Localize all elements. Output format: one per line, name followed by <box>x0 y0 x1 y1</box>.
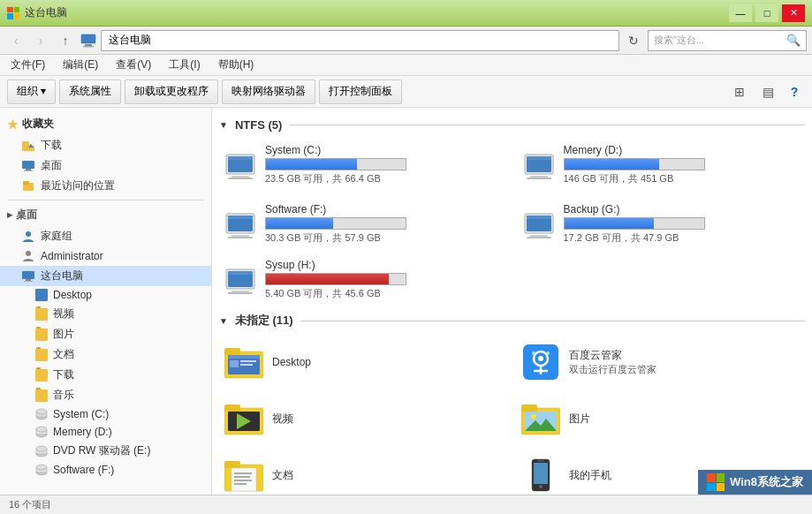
sidebar-item-download[interactable]: 下载 <box>0 135 211 155</box>
toolbar-right: ⊞ ▤ ? <box>727 81 805 102</box>
unspec-desktop[interactable]: Desktop <box>219 337 509 387</box>
title-bar-left: 这台电脑 <box>7 5 67 20</box>
svg-rect-86 <box>537 460 544 462</box>
menu-view[interactable]: 查看(V) <box>112 56 155 74</box>
favorites-header[interactable]: ★ 收藏夹 <box>0 113 211 135</box>
search-placeholder: 搜索"这台... <box>654 34 704 47</box>
sidebar-item-desktop-fav[interactable]: 桌面 <box>0 155 211 176</box>
favorites-section: ★ 收藏夹 下载 桌面 <box>0 113 211 196</box>
unspec-video[interactable]: 视频 <box>219 394 509 443</box>
svg-rect-82 <box>234 483 247 485</box>
svg-rect-79 <box>234 472 252 474</box>
drive-f[interactable]: Software (F:) 30.3 GB 可用，共 57.9 GB <box>219 200 507 248</box>
favorites-label: 收藏夹 <box>22 117 54 132</box>
svg-rect-52 <box>228 292 253 294</box>
svg-rect-7 <box>26 169 31 170</box>
view-toggle-button[interactable]: ⊞ <box>727 81 752 102</box>
up-button[interactable]: ↑ <box>55 30 76 51</box>
menu-edit[interactable]: 编辑(E) <box>59 56 102 74</box>
docs-folder-info: 文档 <box>272 468 505 483</box>
system-properties-button[interactable]: 系统属性 <box>59 79 121 104</box>
drive-f-size: 30.3 GB 可用，共 57.9 GB <box>265 231 504 245</box>
svg-point-27 <box>36 465 47 470</box>
address-bar: ‹ › ↑ 这台电脑 ↻ 搜索"这台... 🔍 <box>0 26 812 55</box>
svg-rect-47 <box>527 237 551 238</box>
minimize-button[interactable]: — <box>729 4 752 22</box>
drive-h-fill <box>266 274 389 284</box>
sidebar-item-homegroup[interactable]: 家庭组 <box>0 226 211 246</box>
drive-h-size: 5.40 GB 可用，共 45.6 GB <box>265 287 509 300</box>
back-button[interactable]: ‹ <box>5 30 27 51</box>
help-icon-button[interactable]: ? <box>784 81 805 102</box>
sidebar-item-c[interactable]: System (C:) <box>0 405 211 423</box>
svg-rect-10 <box>23 181 29 185</box>
drive-d-size: 146 GB 可用，共 451 GB <box>564 172 802 185</box>
content-area: ▼ NTFS (5) <box>212 108 812 495</box>
unspec-baidu[interactable]: 百度云管家 双击运行百度云管家 <box>516 337 806 387</box>
window-icon <box>7 7 19 19</box>
svg-rect-8 <box>24 170 33 171</box>
svg-point-85 <box>539 485 543 488</box>
search-box[interactable]: 搜索"这台... 🔍 <box>648 30 807 51</box>
drive-h-icon <box>223 262 258 298</box>
close-button[interactable]: ✕ <box>782 4 805 22</box>
svg-rect-0 <box>81 34 95 43</box>
drive-c-name: System (C:) <box>265 144 504 156</box>
unspec-section-header: ▼ 未指定 (11) <box>219 313 805 329</box>
sidebar-f-label: Software (F:) <box>53 464 114 476</box>
svg-point-65 <box>532 351 535 355</box>
organize-button[interactable]: 组织 ▾ <box>7 79 56 104</box>
unspec-pictures[interactable]: 图片 <box>516 394 806 443</box>
refresh-button[interactable]: ↻ <box>623 30 644 51</box>
sidebar-item-recent[interactable]: 最近访问的位置 <box>0 176 211 196</box>
desktop-section-title[interactable]: ▶ 桌面 <box>0 204 211 226</box>
control-panel-button[interactable]: 打开控制面板 <box>319 79 402 104</box>
desktop-folder-icon <box>223 341 265 383</box>
svg-rect-6 <box>22 161 34 169</box>
sidebar-divider-1 <box>7 200 204 200</box>
sidebar-item-music[interactable]: 音乐 <box>0 385 211 405</box>
svg-rect-59 <box>240 364 253 366</box>
video-folder-icon <box>223 397 265 440</box>
menu-tools[interactable]: 工具(I) <box>165 56 203 74</box>
menu-file[interactable]: 文件(F) <box>7 56 49 74</box>
sidebar-item-downloads[interactable]: 下载 <box>0 365 211 385</box>
pictures-folder-icon <box>520 397 562 440</box>
drive-h-name: Sysup (H:) <box>265 259 509 271</box>
drive-d[interactable]: Memery (D:) 146 GB 可用，共 451 GB <box>518 140 806 189</box>
unspec-docs[interactable]: 文档 <box>219 450 509 495</box>
svg-rect-81 <box>234 480 252 481</box>
drive-c-icon <box>223 147 258 183</box>
forward-button[interactable]: › <box>30 30 51 51</box>
sidebar-item-this-pc[interactable]: 这台电脑 <box>0 266 211 286</box>
sidebar-item-desktop[interactable]: Desktop <box>0 286 211 304</box>
svg-rect-42 <box>228 237 253 238</box>
sidebar-item-pictures[interactable]: 图片 <box>0 324 211 344</box>
drive-c-size: 23.5 GB 可用，共 66.4 GB <box>265 172 504 185</box>
sidebar-item-docs[interactable]: 文档 <box>0 344 211 365</box>
sidebar-item-video[interactable]: 视频 <box>0 304 211 324</box>
preview-button[interactable]: ▤ <box>755 81 780 102</box>
sidebar-item-f[interactable]: Software (F:) <box>0 461 211 479</box>
drive-h[interactable]: Sysup (H:) 5.40 GB 可用，共 45.6 GB <box>219 255 512 304</box>
sidebar-item-d[interactable]: Memery (D:) <box>0 423 211 441</box>
sidebar-item-administrator[interactable]: Administrator <box>0 246 211 266</box>
sidebar-item-e[interactable]: DVD RW 驱动器 (E:) <box>0 441 211 461</box>
drive-g-bar <box>564 217 705 230</box>
svg-point-11 <box>26 231 31 237</box>
svg-rect-45 <box>527 215 551 219</box>
address-field[interactable]: 这台电脑 <box>101 30 619 51</box>
win8-logo <box>707 473 725 491</box>
svg-point-62 <box>538 356 543 361</box>
docs-folder-name: 文档 <box>272 468 505 483</box>
menu-help[interactable]: 帮助(H) <box>215 56 258 74</box>
svg-rect-1 <box>85 44 92 46</box>
phone-icon <box>520 454 562 495</box>
uninstall-button[interactable]: 卸载或更改程序 <box>125 79 218 104</box>
map-drive-button[interactable]: 映射网络驱动器 <box>222 79 315 104</box>
pictures-folder-name: 图片 <box>569 412 802 427</box>
drive-g[interactable]: Backup (G:) 17.2 GB 可用，共 47.9 GB <box>518 200 806 248</box>
drive-c[interactable]: System (C:) 23.5 GB 可用，共 66.4 GB <box>219 140 507 189</box>
baidu-name: 百度云管家 <box>569 348 802 363</box>
maximize-button[interactable]: □ <box>755 4 778 22</box>
